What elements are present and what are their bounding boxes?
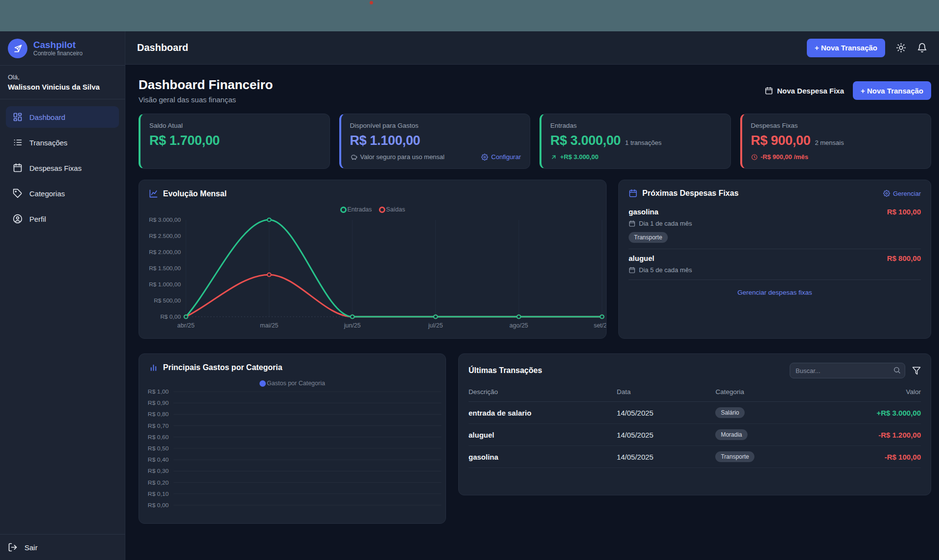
- stat-label: Saldo Atual: [149, 122, 321, 129]
- svg-text:R$ 500,00: R$ 500,00: [154, 297, 181, 303]
- tx-date: 14/05/2025: [617, 409, 716, 417]
- fixed-expense-item: aluguelR$ 800,00Dia 5 de cada mês: [629, 249, 921, 280]
- brand-tagline: Controle financeiro: [33, 50, 83, 57]
- transactions-rows: entrada de salario14/05/2025Salário+R$ 3…: [469, 402, 921, 468]
- stat-card-entradas: Entradas R$ 3.000,00 1 transações +R$ 3.…: [540, 114, 731, 169]
- gear-icon: [481, 154, 488, 161]
- svg-text:R$ 3.000,00: R$ 3.000,00: [149, 216, 181, 223]
- tx-description: aluguel: [469, 431, 617, 439]
- expense-value: R$ 800,00: [887, 254, 921, 262]
- top-banner: [0, 0, 939, 31]
- user-icon: [13, 214, 23, 224]
- fixed-expense-item: gasolinaR$ 100,00Dia 1 de cada mêsTransp…: [629, 203, 921, 249]
- bar-chart-icon: [149, 363, 158, 372]
- sidebar-item-transacoes[interactable]: Transações: [6, 132, 119, 153]
- tx-value: +R$ 3.000,00: [833, 409, 921, 417]
- table-row: entrada de salario14/05/2025Salário+R$ 3…: [469, 402, 921, 424]
- legend-item[interactable]: Gastos por Categoria: [259, 380, 325, 387]
- filter-funnel-icon: [912, 366, 921, 375]
- logout-button[interactable]: Sair: [8, 542, 117, 552]
- svg-text:R$ 0,30: R$ 0,30: [148, 468, 169, 475]
- stat-label: Despesas Fixas: [751, 122, 922, 129]
- sun-icon: [896, 43, 906, 53]
- svg-text:R$ 0,70: R$ 0,70: [148, 422, 169, 429]
- manage-fixed-expenses-link[interactable]: Gerenciar despesas fixas: [737, 289, 812, 296]
- logout-section: Sair: [0, 534, 125, 560]
- stat-card-disponivel: Disponível para Gastos R$ 1.100,00 Valor…: [339, 114, 531, 169]
- stat-suffix: 1 transações: [625, 139, 661, 146]
- configure-link[interactable]: Configurar: [481, 153, 521, 161]
- list-icon: [13, 138, 23, 147]
- card-title: Próximas Despesas Fixas: [642, 189, 739, 198]
- svg-text:R$ 0,10: R$ 0,10: [148, 490, 169, 497]
- sidebar: Cashpilot Controle financeiro Olá, Walis…: [0, 31, 125, 560]
- expense-name: gasolina: [629, 208, 658, 216]
- category-badge: Transporte: [629, 232, 668, 243]
- tx-category-badge: Salário: [715, 407, 744, 418]
- sidebar-item-categorias[interactable]: Categorias: [6, 183, 119, 204]
- stat-note: Valor seguro para uso mensal: [350, 153, 445, 161]
- sidebar-item-label: Transações: [29, 139, 68, 147]
- sidebar-item-despesas-fixas[interactable]: Despesas Fixas: [6, 157, 119, 179]
- brand: Cashpilot Controle financeiro: [0, 31, 125, 66]
- new-transaction-button-top[interactable]: + Nova Transação: [807, 39, 885, 57]
- chart-title: Principais Gastos por Categoria: [163, 363, 282, 372]
- calendar-icon: [629, 267, 635, 274]
- user-greeting: Olá, Walisson Vinicius da Silva: [0, 66, 125, 99]
- theme-toggle-button[interactable]: [896, 43, 906, 53]
- piggy-bank-icon: [350, 153, 357, 161]
- column-header: Data: [617, 388, 716, 396]
- sidebar-item-label: Despesas Fixas: [29, 164, 82, 172]
- expense-schedule: Dia 1 de cada mês: [639, 220, 692, 227]
- legend-item[interactable]: Saídas: [379, 206, 405, 213]
- logout-label: Sair: [24, 543, 38, 552]
- column-header: Descrição: [469, 388, 617, 396]
- transactions-title: Últimas Transações: [469, 366, 542, 375]
- sidebar-item-perfil[interactable]: Perfil: [6, 208, 119, 230]
- monthly-evolution-card: Evolução Mensal EntradasSaídas R$ 3.000,…: [139, 180, 607, 339]
- svg-text:R$ 0,50: R$ 0,50: [148, 445, 169, 452]
- svg-text:R$ 0,60: R$ 0,60: [148, 434, 169, 441]
- svg-text:R$ 0,80: R$ 0,80: [148, 411, 169, 418]
- search-input[interactable]: [790, 363, 905, 378]
- svg-text:R$ 0,40: R$ 0,40: [148, 457, 169, 464]
- topbar: Dashboard + Nova Transação: [125, 31, 939, 65]
- line-chart-legend: EntradasSaídas: [139, 206, 606, 213]
- calendar-icon: [629, 189, 637, 198]
- filter-button[interactable]: [912, 366, 921, 375]
- main-content: Dashboard Financeiro Visão geral das sua…: [125, 65, 939, 560]
- expense-name: aluguel: [629, 254, 655, 262]
- legend-item[interactable]: Entradas: [340, 206, 372, 213]
- svg-text:R$ 0,20: R$ 0,20: [148, 479, 169, 486]
- new-fixed-expense-button[interactable]: Nova Despesa Fixa: [765, 87, 844, 95]
- stat-trend: +R$ 3.000,00: [550, 153, 598, 161]
- manage-link[interactable]: Gerenciar: [883, 190, 921, 197]
- dashboard-icon: [13, 112, 23, 122]
- sidebar-item-dashboard[interactable]: Dashboard: [6, 106, 119, 128]
- notifications-button[interactable]: [917, 43, 927, 53]
- sidebar-item-label: Dashboard: [29, 113, 65, 121]
- table-row: aluguel14/05/2025Moradia-R$ 1.200,00: [469, 424, 921, 446]
- clock-icon: [751, 154, 758, 161]
- calendar-icon: [765, 87, 773, 95]
- monthly-evolution-chart: R$ 3.000,00R$ 2.500,00R$ 2.000,00R$ 1.50…: [139, 214, 606, 331]
- legend-marker: [379, 207, 385, 213]
- brand-name: Cashpilot: [33, 40, 83, 50]
- stat-value: R$ 3.000,00: [550, 133, 621, 148]
- recent-transactions-card: Últimas Transações: [458, 353, 931, 495]
- sidebar-nav: DashboardTransaçõesDespesas FixasCategor…: [0, 99, 125, 236]
- category-spending-card: Principais Gastos por Categoria Gastos p…: [139, 353, 446, 524]
- calendar-icon: [13, 163, 23, 173]
- gear-icon: [883, 190, 890, 197]
- stat-card-saldo-atual: Saldo Atual R$ 1.700,00: [139, 114, 330, 169]
- svg-text:R$ 2.000,00: R$ 2.000,00: [149, 249, 181, 255]
- column-header: Categoria: [715, 388, 833, 396]
- page-subtitle: Visão geral das suas finanças: [139, 95, 273, 104]
- stat-suffix: 2 mensais: [815, 139, 844, 146]
- bar-chart-legend: Gastos por Categoria: [139, 380, 446, 387]
- new-transaction-button[interactable]: + Nova Transação: [853, 81, 931, 100]
- tx-date: 14/05/2025: [617, 453, 716, 461]
- transactions-header-row: DescriçãoDataCategoriaValor: [469, 383, 921, 402]
- svg-text:R$ 0,90: R$ 0,90: [148, 400, 169, 407]
- category-spending-chart: R$ 1,00R$ 0,90R$ 0,80R$ 0,70R$ 0,60R$ 0,…: [139, 388, 446, 510]
